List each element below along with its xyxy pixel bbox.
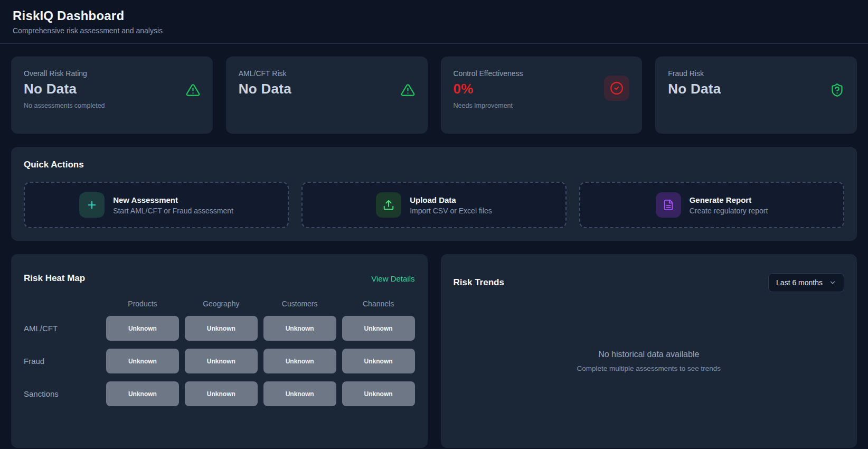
page-title: RiskIQ Dashboard <box>13 8 855 23</box>
file-text-icon <box>656 192 681 218</box>
quick-actions-title: Quick Actions <box>24 160 844 170</box>
new-assessment-button[interactable]: New Assessment Start AML/CFT or Fraud as… <box>24 182 289 228</box>
shield-question-icon <box>830 83 844 121</box>
stats-row: Overall Risk Rating No Data No assessmen… <box>11 57 857 134</box>
stat-card-overall-risk: Overall Risk Rating No Data No assessmen… <box>11 57 213 134</box>
heatmap-row-label: Sanctions <box>24 389 100 398</box>
heatmap-cell[interactable]: Unknown <box>342 349 415 373</box>
stat-card-fraud-risk: Fraud Risk No Data <box>655 57 857 134</box>
stat-card-amlcft-risk: AML/CFT Risk No Data <box>226 57 428 134</box>
heatmap-cell[interactable]: Unknown <box>106 316 179 341</box>
quick-actions-row: New Assessment Start AML/CFT or Fraud as… <box>24 182 844 228</box>
heatmap-column-header: Products <box>106 300 179 308</box>
page-subtitle: Comprehensive risk assessment and analys… <box>13 26 855 35</box>
empty-state-subtitle: Complete multiple assessments to see tre… <box>577 364 721 372</box>
heatmap-cell[interactable]: Unknown <box>263 381 336 406</box>
time-range-value: Last 6 months <box>776 278 823 287</box>
upload-icon <box>376 192 401 218</box>
stat-note: No assessments completed <box>24 102 105 109</box>
action-subtitle: Create regulatory report <box>690 207 768 215</box>
heatmap-title: Risk Heat Map <box>24 273 85 284</box>
riskiq-dashboard: RiskIQ Dashboard Comprehensive risk asse… <box>0 0 868 449</box>
stat-note <box>239 102 291 109</box>
stat-value: No Data <box>24 81 105 97</box>
heatmap-cell[interactable]: Unknown <box>342 316 415 341</box>
heatmap-cell[interactable]: Unknown <box>263 316 336 341</box>
heatmap-cell[interactable]: Unknown <box>342 381 415 406</box>
stat-note <box>668 102 721 109</box>
plus-icon <box>79 192 105 218</box>
trends-empty-state: No historical data available Complete mu… <box>454 292 845 435</box>
stat-card-control-effectiveness: Control Effectiveness 0% Needs Improveme… <box>441 57 643 134</box>
action-title: New Assessment <box>113 195 233 204</box>
action-title: Upload Data <box>410 195 492 204</box>
circle-check-icon <box>604 76 629 101</box>
triangle-alert-icon <box>186 83 200 121</box>
trends-title: Risk Trends <box>454 277 504 288</box>
heatmap-grid: Products Geography Customers Channels AM… <box>24 300 415 406</box>
generate-report-button[interactable]: Generate Report Create regulatory report <box>579 182 844 228</box>
stat-value: No Data <box>668 81 721 97</box>
heatmap-cell[interactable]: Unknown <box>106 349 179 373</box>
action-title: Generate Report <box>690 195 768 204</box>
heatmap-column-header: Geography <box>185 300 258 308</box>
stat-label: Fraud Risk <box>668 69 721 78</box>
heatmap-cell[interactable]: Unknown <box>185 381 258 406</box>
bottom-row: Risk Heat Map View Details Products Geog… <box>11 254 857 448</box>
page-header: RiskIQ Dashboard Comprehensive risk asse… <box>0 0 868 44</box>
stat-label: AML/CFT Risk <box>239 69 291 78</box>
action-subtitle: Import CSV or Excel files <box>410 207 492 215</box>
heatmap-row-label: Fraud <box>24 357 100 366</box>
stat-value: 0% <box>454 81 523 97</box>
heatmap-column-header: Channels <box>342 300 415 308</box>
risk-trends-panel: Risk Trends Last 6 months No historical … <box>441 254 857 448</box>
heatmap-cell[interactable]: Unknown <box>106 381 179 406</box>
time-range-select[interactable]: Last 6 months <box>768 273 844 292</box>
quick-actions-panel: Quick Actions New Assessment Start AML/C… <box>11 147 857 241</box>
heatmap-cell[interactable]: Unknown <box>185 316 258 341</box>
heatmap-row-label: AML/CFT <box>24 324 100 333</box>
view-details-link[interactable]: View Details <box>371 274 414 283</box>
risk-heat-map-panel: Risk Heat Map View Details Products Geog… <box>11 254 428 448</box>
heatmap-cell[interactable]: Unknown <box>263 349 336 373</box>
heatmap-column-header: Customers <box>263 300 336 308</box>
upload-data-button[interactable]: Upload Data Import CSV or Excel files <box>301 182 567 228</box>
stat-label: Overall Risk Rating <box>24 69 105 78</box>
heatmap-cell[interactable]: Unknown <box>185 349 258 373</box>
chevron-down-icon <box>829 279 836 286</box>
stat-label: Control Effectiveness <box>454 69 523 78</box>
empty-state-title: No historical data available <box>598 350 699 359</box>
stat-value: No Data <box>239 81 291 97</box>
action-subtitle: Start AML/CFT or Fraud assessment <box>113 207 233 215</box>
triangle-alert-icon <box>401 83 415 121</box>
stat-note: Needs Improvement <box>454 102 523 109</box>
main-content: Overall Risk Rating No Data No assessmen… <box>0 44 868 448</box>
